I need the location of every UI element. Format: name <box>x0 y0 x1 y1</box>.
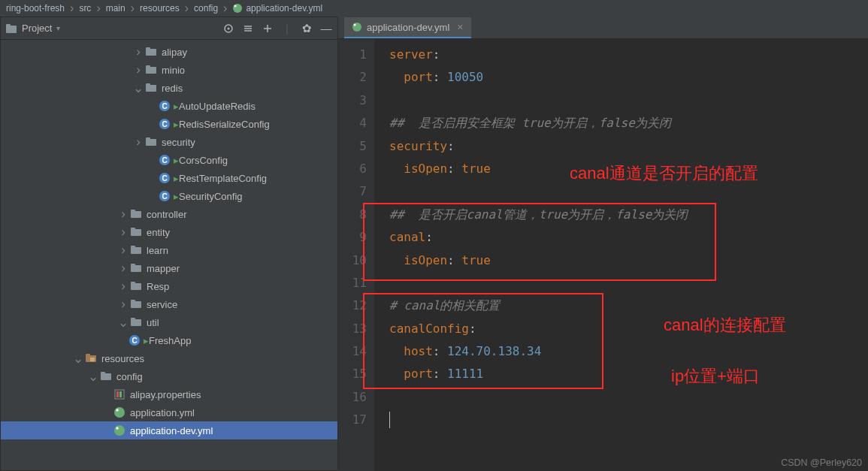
class-icon: C <box>159 172 171 184</box>
class-icon: C <box>159 190 171 202</box>
tree-folder-resp[interactable]: ›Resp <box>1 277 337 295</box>
svg-point-5 <box>228 27 230 29</box>
colon: : <box>433 44 440 66</box>
svg-point-53 <box>354 24 356 26</box>
breadcrumb-item[interactable]: src <box>79 3 91 14</box>
yaml-value: 124.70.138.34 <box>447 340 541 363</box>
line-gutter: 1 2 3 4 5 6 7 8 9 10 11 12 13 14 15 16 1… <box>338 39 374 471</box>
svg-point-1 <box>234 5 237 8</box>
folder-icon <box>130 208 142 220</box>
tree-folder-learn[interactable]: ›learn <box>1 241 337 259</box>
tree-folder-security[interactable]: ›security <box>1 133 337 151</box>
svg-text:C: C <box>162 120 167 128</box>
colon: : <box>469 318 476 340</box>
chevron-right-icon: › <box>131 2 135 15</box>
tree-folder-controller[interactable]: ›controller <box>1 205 337 223</box>
tree-file-appdevyml[interactable]: application-dev.yml <box>1 421 337 439</box>
tree-label: FreshApp <box>149 335 191 346</box>
tree-class-seccfg[interactable]: C▸ SecurityConfig <box>1 187 337 205</box>
tree-folder-resources[interactable]: ⌄resources <box>1 349 337 367</box>
editor-tab[interactable]: application-dev.yml × <box>344 17 471 38</box>
line-number: 8 <box>338 204 367 226</box>
breadcrumb-file-label: application-dev.yml <box>246 3 322 14</box>
yaml-value: true <box>461 249 491 272</box>
line-number: 5 <box>338 135 367 158</box>
line-number: 14 <box>338 340 367 363</box>
chevron-right-icon: › <box>133 62 144 77</box>
yaml-value: 11111 <box>447 363 483 385</box>
colon: : <box>447 135 455 158</box>
tree-label: controller <box>147 209 186 220</box>
line-number: 16 <box>338 386 367 409</box>
yaml-key: server <box>389 44 433 66</box>
breadcrumb-item[interactable]: config <box>194 3 218 14</box>
tree-class-autoredis[interactable]: C▸ AutoUpdateRedis <box>1 97 337 115</box>
project-tree[interactable]: ›alipay ›minio ⌄redis C▸ AutoUpdateRedis… <box>1 40 337 470</box>
code-editor[interactable]: 1 2 3 4 5 6 7 8 9 10 11 12 13 14 15 16 1… <box>338 39 868 471</box>
svg-text:C: C <box>162 192 167 201</box>
colon: : <box>425 226 433 249</box>
close-icon[interactable]: × <box>457 21 463 33</box>
yaml-value: true <box>461 158 491 180</box>
breadcrumb-item-file[interactable]: application-dev.yml <box>232 3 322 14</box>
line-number: 10 <box>338 249 367 272</box>
class-icon: C <box>159 154 171 166</box>
hide-icon[interactable]: — <box>319 22 333 35</box>
svg-rect-46 <box>116 391 119 397</box>
tree-folder-util[interactable]: ⌄util <box>1 313 337 331</box>
watermark: CSDN @Perley620 <box>781 457 862 468</box>
tree-folder-redis[interactable]: ⌄redis <box>1 79 337 97</box>
folder-icon <box>145 136 157 148</box>
breadcrumb-item[interactable]: main <box>106 3 126 14</box>
tree-folder-entity[interactable]: ›entity <box>1 223 337 241</box>
tree-folder-config[interactable]: ⌄config <box>1 367 337 385</box>
tree-file-alipayprop[interactable]: alipay.properties <box>1 385 337 403</box>
tree-label: resources <box>101 353 144 364</box>
project-selector[interactable]: Project ▾ <box>5 23 60 35</box>
chevron-down-icon: ⌄ <box>88 369 98 385</box>
caret <box>389 412 390 428</box>
tree-class-redisser[interactable]: C▸ RedisSerializeConfig <box>1 115 337 133</box>
svg-point-49 <box>116 409 118 411</box>
code-content[interactable]: server: port: 10050 ## 是否启用安全框架 true为开启，… <box>374 39 868 471</box>
tree-class-cors[interactable]: C▸ CorsConfig <box>1 151 337 169</box>
breadcrumb-item[interactable]: ring-boot-fresh <box>6 3 65 14</box>
yaml-comment: ## 是否开启canal管道，true为开启，false为关闭 <box>389 204 688 226</box>
tree-folder-service[interactable]: ›service <box>1 295 337 313</box>
yaml-value: 10050 <box>447 66 483 89</box>
tree-class-freshapp[interactable]: C▸ FreshApp <box>1 331 337 349</box>
svg-point-52 <box>352 23 361 32</box>
folder-icon <box>100 370 112 382</box>
tree-class-resttpl[interactable]: C▸ RestTemplateConfig <box>1 169 337 187</box>
project-tool-header: Project ▾ | ✿ — <box>1 17 337 40</box>
locate-icon[interactable] <box>222 22 235 35</box>
line-number: 4 <box>338 112 367 134</box>
folder-icon <box>130 244 142 256</box>
tree-label: CorsConfig <box>179 155 228 166</box>
expand-all-icon[interactable] <box>241 22 255 35</box>
tree-folder-alipay[interactable]: ›alipay <box>1 43 337 61</box>
tree-file-appyml[interactable]: application.yml <box>1 403 337 421</box>
svg-point-48 <box>114 407 125 418</box>
colon: : <box>433 363 447 385</box>
svg-point-50 <box>114 425 125 436</box>
tree-folder-mapper[interactable]: ›mapper <box>1 259 337 277</box>
breadcrumb-item[interactable]: resources <box>140 3 180 14</box>
yaml-key: host <box>404 340 433 363</box>
line-number: 13 <box>338 318 367 340</box>
gear-icon[interactable]: ✿ <box>300 22 313 35</box>
tree-label: entity <box>147 227 170 238</box>
svg-point-51 <box>116 427 118 429</box>
folder-icon <box>130 298 142 310</box>
folder-icon <box>145 82 157 94</box>
colon: : <box>433 66 447 89</box>
collapse-all-icon[interactable] <box>261 22 274 35</box>
yaml-key: isOpen <box>404 158 447 180</box>
line-number: 3 <box>338 89 367 112</box>
chevron-down-icon: ⌄ <box>73 351 83 367</box>
chevron-right-icon: › <box>118 225 129 240</box>
chevron-right-icon: › <box>133 134 144 149</box>
yml-file-icon <box>113 406 126 418</box>
svg-rect-3 <box>6 24 11 27</box>
tree-folder-minio[interactable]: ›minio <box>1 61 337 79</box>
